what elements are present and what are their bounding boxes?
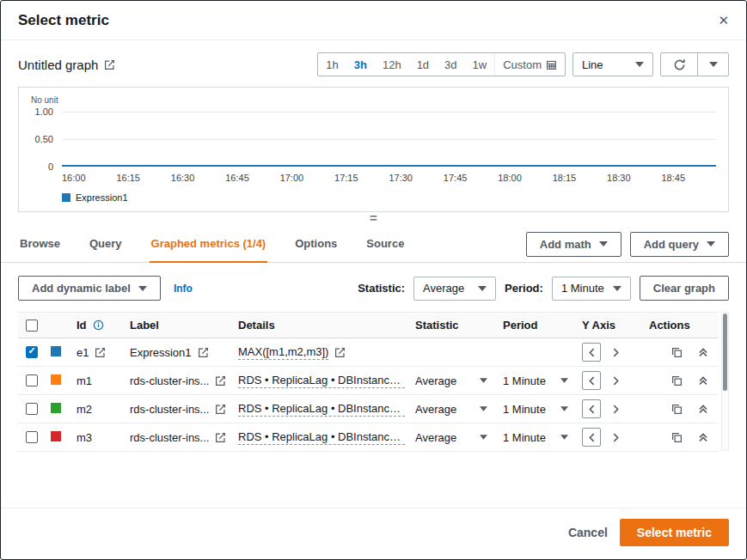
row-checkbox[interactable] <box>26 346 38 358</box>
row-period: 1 Minute <box>503 403 546 416</box>
row-checkbox[interactable] <box>26 403 38 415</box>
chevron-down-icon <box>707 241 715 247</box>
tabs-actions: Add math Add query <box>526 232 729 257</box>
refresh-options-button[interactable] <box>697 53 728 76</box>
edit-id-icon[interactable] <box>95 347 106 358</box>
cancel-button[interactable]: Cancel <box>568 526 608 539</box>
chevron-down-icon <box>480 406 487 411</box>
yaxis-right-button[interactable] <box>606 428 625 447</box>
label-column-header: Label <box>130 319 159 332</box>
yaxis-right-button[interactable] <box>606 371 625 390</box>
add-math-label: Add math <box>540 238 591 251</box>
chevron-down-icon <box>480 378 487 383</box>
chevron-down-icon <box>635 62 644 67</box>
info-link[interactable]: Info <box>174 283 193 295</box>
graph-controls-right: 1h 3h 12h 1d 3d 1w Custom Line <box>317 52 729 76</box>
statistic-select[interactable]: Average <box>413 277 496 301</box>
tab-source[interactable]: Source <box>364 226 406 263</box>
duplicate-icon[interactable] <box>671 347 683 358</box>
select-metric-button[interactable]: Select metric <box>620 519 729 546</box>
yaxis-right-button[interactable] <box>606 399 625 418</box>
time-range-3h[interactable]: 3h <box>346 53 375 76</box>
chart-legend: Expression1 <box>62 192 716 203</box>
metric-details[interactable]: RDS • ReplicaLag • DBInstanceIde... <box>238 402 405 417</box>
edit-label-icon[interactable] <box>215 404 226 415</box>
tab-query[interactable]: Query <box>88 226 124 263</box>
add-math-button[interactable]: Add math <box>526 232 621 257</box>
row-statistic-select[interactable]: Average <box>415 431 487 444</box>
metric-details[interactable]: RDS • ReplicaLag • DBInstanceIde... <box>238 374 405 388</box>
select-all-checkbox[interactable] <box>26 320 38 332</box>
refresh-button[interactable] <box>661 53 697 76</box>
metric-id: m1 <box>77 374 92 387</box>
time-range-1d[interactable]: 1d <box>409 53 437 76</box>
close-icon[interactable]: ✕ <box>718 13 729 28</box>
move-to-top-icon[interactable] <box>698 375 708 386</box>
edit-label-icon[interactable] <box>215 375 226 387</box>
actions-column-header: Actions <box>644 319 719 332</box>
gridline <box>62 112 716 113</box>
duplicate-icon[interactable] <box>671 432 683 443</box>
yaxis-left-button[interactable] <box>582 343 601 362</box>
row-statistic-select[interactable]: Average <box>415 403 487 416</box>
edit-label-icon[interactable] <box>215 432 226 443</box>
row-period-select[interactable]: 1 Minute <box>503 374 568 387</box>
metric-label: rds-cluster-ins... <box>130 431 209 444</box>
add-query-button[interactable]: Add query <box>630 232 729 257</box>
table-header-row: Id Label Details Statistic Period Y Axis… <box>18 312 719 338</box>
chart-y-axis: 1.00 0.50 0 <box>31 112 62 167</box>
modal-header: Select metric ✕ <box>1 1 746 40</box>
metric-color-swatch <box>51 346 61 356</box>
tab-browse[interactable]: Browse <box>18 226 62 263</box>
move-to-top-icon[interactable] <box>698 432 708 442</box>
table-row: e1 Expression1 MAX([m1,m2,m3]) <box>18 338 719 367</box>
move-to-top-icon[interactable] <box>698 404 708 414</box>
yaxis-left-button[interactable] <box>582 371 601 390</box>
time-range-1w[interactable]: 1w <box>465 53 495 76</box>
graphed-metrics-table: Id Label Details Statistic Period Y Axis… <box>18 312 729 508</box>
add-dynamic-label-text: Add dynamic label <box>32 282 131 295</box>
legend-label[interactable]: Expression1 <box>76 192 128 203</box>
metric-id: m3 <box>77 431 92 444</box>
y-tick: 0.50 <box>35 134 53 144</box>
row-statistic: Average <box>415 403 456 416</box>
duplicate-icon[interactable] <box>671 404 683 415</box>
duplicate-icon[interactable] <box>671 375 683 387</box>
time-range-custom[interactable]: Custom <box>494 53 565 76</box>
edit-label-icon[interactable] <box>198 347 209 358</box>
row-period-select[interactable]: 1 Minute <box>503 403 568 416</box>
info-icon[interactable] <box>93 320 104 331</box>
row-checkbox[interactable] <box>26 431 38 443</box>
row-period-select[interactable]: 1 Minute <box>503 431 568 444</box>
yaxis-left-button[interactable] <box>582 428 601 447</box>
edit-details-icon[interactable] <box>334 347 346 358</box>
statistic-value: Average <box>423 282 464 295</box>
chart-style-select[interactable]: Line <box>572 52 653 76</box>
chevron-down-icon <box>599 241 608 247</box>
y-tick: 0 <box>48 161 53 172</box>
tab-graphed-metrics[interactable]: Graphed metrics (1/4) <box>150 226 268 263</box>
table-row: m2 rds-cluster-ins... RDS • ReplicaLag •… <box>18 395 719 423</box>
x-tick: 18:45 <box>661 173 715 183</box>
time-range-1h[interactable]: 1h <box>318 53 346 76</box>
edit-graph-title-icon[interactable] <box>104 59 115 70</box>
chevron-down-icon <box>138 286 147 291</box>
add-dynamic-label-button[interactable]: Add dynamic label <box>18 276 161 301</box>
clear-graph-button[interactable]: Clear graph <box>640 276 729 301</box>
yaxis-right-button[interactable] <box>606 343 625 362</box>
chevron-down-icon <box>709 62 718 67</box>
yaxis-left-button[interactable] <box>582 399 601 418</box>
row-checkbox[interactable] <box>26 374 38 387</box>
time-range-3d[interactable]: 3d <box>437 53 464 76</box>
scrollbar-thumb[interactable] <box>723 313 727 391</box>
metric-details[interactable]: RDS • ReplicaLag • DBInstanceIde... <box>238 430 405 445</box>
row-statistic-select[interactable]: Average <box>415 374 487 387</box>
tab-options[interactable]: Options <box>293 226 339 263</box>
period-select[interactable]: 1 Minute <box>552 277 631 301</box>
period-column-header: Period <box>503 319 537 332</box>
time-range-12h[interactable]: 12h <box>375 53 409 76</box>
metric-details[interactable]: MAX([m1,m2,m3]) <box>238 345 328 360</box>
move-to-top-icon[interactable] <box>698 347 708 357</box>
resize-handle[interactable]: = <box>1 212 746 226</box>
table-scrollbar[interactable] <box>721 312 729 451</box>
